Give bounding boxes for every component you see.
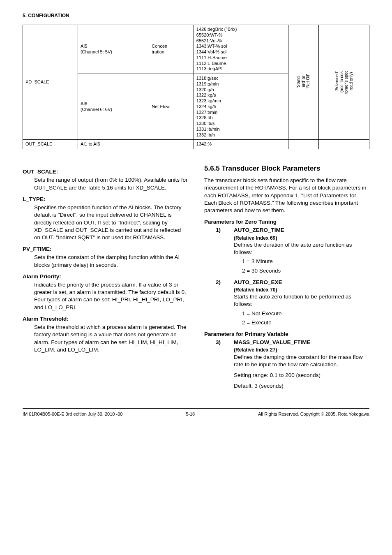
alarm-priority-label: Alarm Priority: [23, 273, 188, 280]
l-type-label: L_TYPE: [23, 196, 188, 203]
out-scale-label: OUT_SCALE: [23, 168, 188, 176]
config-table: XD_SCALE AI5 (Channel 5: 5V) Concen trat… [23, 25, 369, 149]
param-item-3: 3) MASS_FLOW_VALUE_FTIME (Relative Index… [204, 339, 369, 390]
alarm-priority-text: Indicates the priority of the process al… [34, 281, 188, 311]
footer-right: All Rights Reserved. Copyright © 2005, R… [258, 411, 369, 417]
param-text: Starts the auto zero function to be perf… [234, 293, 369, 308]
pv-ftime-label: PV_FTIME: [23, 245, 188, 253]
right-intro: The transducer block sets function speci… [204, 177, 369, 214]
v2-cell: 'Advanced' (acc. to cus- tomer's spec, r… [319, 25, 369, 140]
right-column: 5.6.5 Transducer Block Parameters The tr… [204, 164, 369, 394]
pv-ftime-text: Sets the time constant of the damping fu… [34, 254, 188, 268]
param-range: Setting range: 0.1 to 200 (seconds) [234, 372, 369, 379]
param-text: Defines the duration of the auto zero fu… [234, 241, 369, 256]
v1-text: 'Stand- ard' or 'Net Oil' [296, 65, 311, 98]
chan-cell: AI1 to AI6 [78, 140, 149, 149]
v2-text: 'Advanced' (acc. to cus- tomer's spec, r… [334, 65, 353, 98]
codes-cell: 1426:degBrix (°Brix) 65520:WT-% 65521:Vo… [194, 25, 288, 74]
v1-cell: 'Stand- ard' or 'Net Oil' [288, 25, 319, 140]
param-subtitle: (Relative Index 27) [234, 347, 369, 353]
section-label: 5. CONFIGURATION [23, 12, 369, 19]
param-title: AUTO_ZERO_EXE [234, 279, 369, 286]
chan-cell: AI5 (Channel 5: 5V) [78, 25, 149, 74]
param-title: AUTO_ZERO_TIME [234, 227, 369, 234]
codes-cell: 1318:g/sec 1319:g/min 1320:g/h 1322:kg/s… [194, 74, 288, 140]
footer-mid: 5-18 [186, 411, 195, 417]
option-a: 1 = 3 Minute [242, 258, 369, 265]
codes-cell: 1342:% [194, 140, 288, 149]
chan-cell: AI6 (Channel 6: 6V) [78, 74, 149, 140]
footer-left: IM 01R04B05-00E-E 3rd edition July 30, 2… [23, 411, 122, 417]
out-scale-text: Sets the range of output (from 0% to 100… [34, 176, 188, 191]
item-number: 1) [216, 227, 221, 234]
param-item-2: 2) AUTO_ZERO_EXE (Relative Index 70) Sta… [204, 279, 369, 326]
item-number: 3) [216, 339, 221, 346]
primary-var-title: Parameters for Primary Variable [204, 331, 369, 338]
zero-tuning-title: Parameters for Zero Tuning [204, 218, 369, 226]
param-text: Defines the damping time constant for th… [234, 354, 369, 368]
alarm-threshold-label: Alarm Threshold: [23, 315, 188, 323]
param-cell: OUT_SCALE [23, 140, 78, 149]
param-title: MASS_FLOW_VALUE_FTIME [234, 339, 369, 346]
param-subtitle: (Relative Index 69) [234, 235, 369, 241]
param-item-1: 1) AUTO_ZERO_TIME (Relative Index 69) De… [204, 227, 369, 274]
param-default: Default: 3 (seconds) [234, 382, 369, 390]
option-a: 1 = Not Execute [242, 310, 369, 317]
right-heading: 5.6.5 Transducer Block Parameters [204, 164, 369, 173]
option-b: 2 = 30 Seconds [242, 267, 369, 275]
type-cell: Concen tration [149, 25, 194, 74]
alarm-threshold-text: Sets the threshold at which a process al… [34, 324, 188, 354]
left-column: OUT_SCALE: Sets the range of output (fro… [23, 164, 188, 394]
l-type-text: Specifies the operation function of the … [34, 204, 188, 241]
item-number: 2) [216, 279, 221, 286]
option-b: 2 = Execute [242, 319, 369, 326]
param-subtitle: (Relative Index 70) [234, 287, 369, 293]
type-cell: Net Flow [149, 74, 194, 140]
param-cell: XD_SCALE [23, 25, 78, 140]
page-footer: IM 01R04B05-00E-E 3rd edition July 30, 2… [23, 408, 369, 417]
